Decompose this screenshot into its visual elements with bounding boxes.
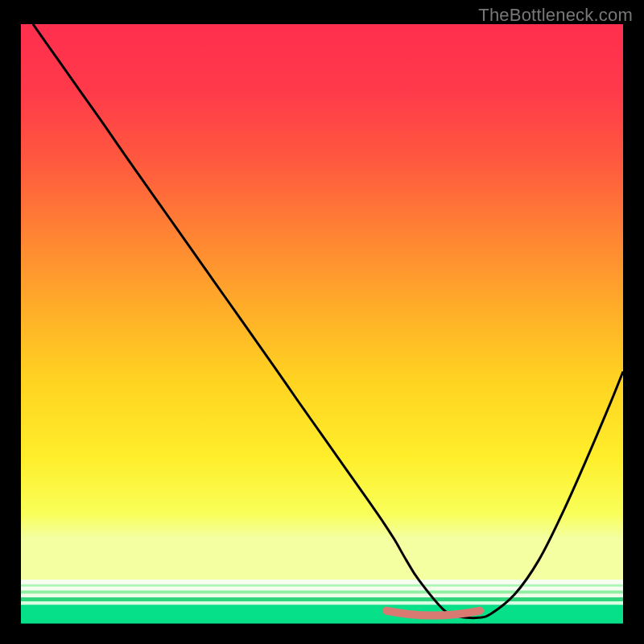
svg-rect-4 — [21, 591, 623, 594]
svg-rect-7 — [21, 601, 623, 605]
watermark-text: TheBottleneck.com — [478, 5, 633, 26]
svg-rect-6 — [21, 597, 623, 601]
plot-gradient-area — [21, 24, 623, 580]
bottleneck-plot-frame: TheBottleneck.com — [0, 0, 644, 644]
svg-rect-5 — [21, 593, 623, 597]
svg-rect-1 — [21, 580, 623, 585]
bottleneck-plot-svg — [0, 0, 644, 644]
plot-bottom-green-band — [21, 580, 623, 624]
svg-rect-3 — [21, 587, 623, 591]
svg-rect-8 — [21, 605, 623, 623]
